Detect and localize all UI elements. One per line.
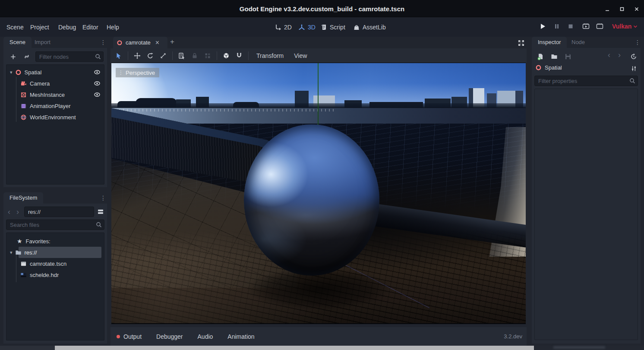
tree-row-camera[interactable]: Camera (6, 78, 104, 89)
tree-row-worldenvironment[interactable]: WorldEnvironment (6, 111, 104, 123)
load-resource-icon[interactable] (549, 51, 559, 62)
workspace-3d-label: 3D (308, 24, 316, 31)
renderer-selector[interactable]: Vulkan (612, 23, 638, 30)
scene-file-icon (20, 261, 27, 267)
toolbar-separator (217, 51, 217, 60)
tree-row-meshinstance[interactable]: MeshInstance (6, 89, 104, 100)
menu-editor[interactable]: Editor (82, 23, 98, 32)
rotate-tool-button[interactable] (144, 50, 157, 61)
distraction-free-icon[interactable] (516, 38, 526, 48)
search-icon (96, 222, 102, 228)
scene-tab-camrotate[interactable]: camrotate × (113, 37, 167, 48)
filesystem-menu-icon[interactable]: ⋮ (100, 194, 106, 202)
transform-menu[interactable]: Transform (251, 52, 289, 59)
play-button[interactable] (539, 23, 546, 30)
menu-project[interactable]: Project (30, 23, 49, 32)
reflective-sphere[interactable] (244, 124, 379, 276)
pause-button[interactable] (553, 23, 560, 30)
play-scene-button[interactable] (582, 23, 590, 30)
select-tool-button[interactable] (112, 50, 125, 61)
tab-node[interactable]: Node (565, 37, 591, 48)
close-window-button[interactable] (633, 6, 641, 12)
fs-row-favorites[interactable]: ★ Favorites: (6, 235, 104, 247)
scale-tool-button[interactable] (157, 50, 170, 61)
menu-help[interactable]: Help (107, 23, 119, 32)
add-node-button[interactable] (8, 51, 18, 62)
renderer-label: Vulkan (612, 23, 631, 30)
history-forward-icon[interactable]: › (618, 51, 621, 60)
favorites-label: Favorites: (26, 238, 51, 245)
history-icon[interactable] (628, 51, 639, 62)
list-select-button[interactable] (175, 50, 188, 61)
instance-scene-icon[interactable] (22, 51, 32, 62)
bottom-tab-output[interactable]: Output (123, 333, 142, 340)
visibility-eye-icon[interactable] (94, 91, 101, 98)
bottom-tab-animation[interactable]: Animation (227, 333, 254, 340)
filter-properties-input[interactable] (534, 76, 638, 86)
view-menu[interactable]: View (289, 52, 312, 59)
tree-row-spatial[interactable]: ▾ Spatial (6, 67, 104, 78)
edited-object-row[interactable]: Spatial (535, 64, 562, 71)
play-custom-scene-button[interactable] (596, 23, 603, 30)
workspace-assetlib[interactable]: AssetLib (353, 22, 386, 32)
group-selected-button[interactable] (201, 50, 214, 61)
tab-inspector[interactable]: Inspector (532, 37, 567, 48)
bottom-tab-audio[interactable]: Audio (198, 333, 213, 340)
snap-object-button[interactable] (220, 50, 233, 61)
expand-caret-icon[interactable]: ▾ (10, 250, 13, 255)
filter-nodes-input[interactable] (35, 51, 104, 62)
new-scene-tab-icon[interactable]: + (170, 38, 174, 46)
new-resource-button[interactable] (535, 51, 546, 62)
workspace-script[interactable]: Script (320, 22, 345, 32)
save-icon[interactable] (563, 51, 573, 62)
history-back-icon[interactable]: ‹ (8, 207, 10, 216)
bottom-tab-debugger[interactable]: Debugger (156, 333, 183, 340)
bottom-panel-bar: Output Debugger Audio Animation 3.2.dev (110, 327, 527, 346)
fs-row-scene-file[interactable]: camrotate.tscn (6, 258, 104, 269)
toolbar-separator (248, 51, 249, 60)
search-files-input[interactable] (6, 220, 104, 230)
tab-scene[interactable]: Scene (3, 37, 32, 48)
tab-filesystem[interactable]: FileSystem (3, 192, 43, 204)
scene-dock-menu-icon[interactable]: ⋮ (100, 38, 106, 46)
visibility-eye-icon[interactable] (94, 69, 101, 76)
version-label: 3.2.dev (504, 333, 522, 340)
inspector-properties-area[interactable] (534, 89, 638, 340)
edited-object-label: Spatial (545, 64, 562, 71)
inspector-menu-icon[interactable]: ⋮ (635, 38, 641, 46)
background-window-strip (55, 346, 534, 350)
water-glints (111, 109, 336, 111)
tab-import[interactable]: Import (28, 37, 57, 48)
minimize-button[interactable] (603, 6, 611, 12)
move-tool-button[interactable] (131, 50, 144, 61)
viewport-skyline (111, 90, 526, 108)
close-tab-icon[interactable]: × (155, 39, 159, 47)
workspace-3d[interactable]: 3D (298, 22, 316, 32)
history-back-icon[interactable]: ‹ (608, 51, 610, 60)
visibility-eye-icon[interactable] (94, 80, 101, 87)
snap-toggle-button[interactable] (233, 50, 246, 61)
workspace-script-label: Script (330, 24, 345, 31)
object-options-icon[interactable] (628, 64, 639, 73)
expand-caret-icon[interactable]: ▾ (10, 70, 13, 75)
lock-selected-button[interactable] (188, 50, 201, 61)
menu-bar: Scene Project Debug Editor Help 2D 3D Sc… (0, 18, 644, 37)
perspective-menu[interactable]: ⋮ Perspective (116, 68, 159, 77)
inspector-tabs: Inspector Node ⋮ (532, 37, 641, 48)
3d-viewport[interactable]: ⋮ Perspective (111, 63, 526, 324)
worldenvironment-node-icon (20, 114, 27, 121)
menu-debug[interactable]: Debug (58, 23, 76, 32)
workspace-2d[interactable]: 2D (275, 22, 292, 32)
tree-row-animationplayer[interactable]: AnimationPlayer (6, 100, 104, 111)
workspace-2d-label: 2D (284, 24, 292, 31)
fs-row-res[interactable]: ▾ res:// (6, 247, 104, 258)
stop-button[interactable] (567, 23, 574, 30)
fs-row-hdr-file[interactable]: schelde.hdr (6, 269, 104, 280)
split-mode-icon[interactable] (96, 207, 105, 217)
node-label: Camera (30, 80, 50, 87)
camera-node-icon (20, 80, 27, 87)
maximize-button[interactable] (618, 6, 626, 12)
path-field[interactable] (24, 207, 94, 217)
menu-scene[interactable]: Scene (6, 23, 24, 32)
history-forward-icon[interactable]: › (16, 207, 19, 216)
